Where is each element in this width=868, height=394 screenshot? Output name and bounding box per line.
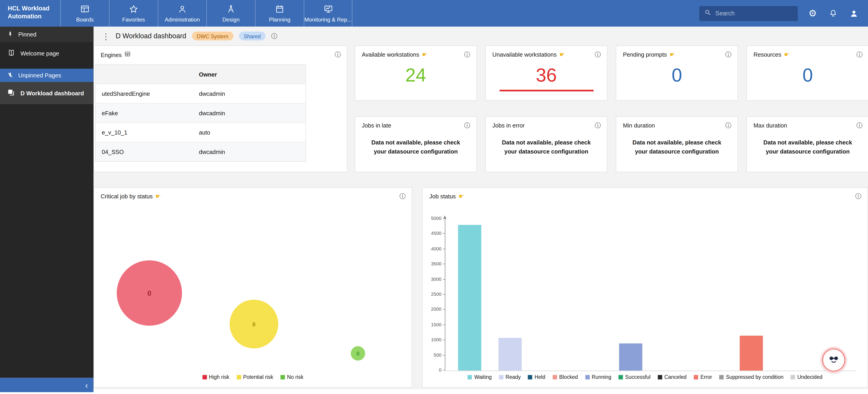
design-icon [226, 4, 236, 15]
legend-item-successful[interactable]: Successful [619, 374, 651, 380]
navbar-right: ⚙ [699, 0, 868, 27]
bell-icon[interactable] [828, 8, 839, 19]
legend-swatch [658, 375, 662, 379]
chevron-left-icon[interactable]: ‹ [85, 380, 88, 390]
bubble-plot: 000 [94, 188, 412, 387]
legend-swatch [585, 375, 590, 379]
sidebar-collapse-bar[interactable]: ‹ [0, 378, 93, 392]
book-icon [7, 49, 16, 58]
legend-label: Potential risk [243, 374, 273, 380]
unpin-icon [7, 72, 13, 79]
bar-ready[interactable] [498, 338, 522, 371]
info-icon[interactable]: ⓘ [399, 193, 405, 199]
nav-tab-design[interactable]: Design [206, 0, 255, 27]
nav-tab-planning[interactable]: Planning [255, 0, 304, 27]
table-row[interactable]: eFakedwcadmin [95, 103, 306, 123]
bar-slot-waiting [450, 219, 490, 370]
info-icon[interactable]: ⓘ [857, 122, 863, 128]
info-icon[interactable]: ⓘ [271, 33, 277, 39]
legend-item-undecided[interactable]: Undecided [790, 374, 822, 380]
info-icon[interactable]: ⓘ [855, 193, 862, 199]
legend-item-ready[interactable]: Ready [499, 374, 521, 380]
legend-item-waiting[interactable]: Waiting [468, 374, 492, 380]
sidebar-unpinned-header[interactable]: Unpinned Pages [0, 68, 93, 82]
y-tick-mark [443, 355, 445, 355]
gear-icon[interactable]: ⚙ [807, 8, 818, 19]
info-icon[interactable]: ⓘ [595, 51, 601, 57]
no-data-message: Data not available, please check your da… [747, 129, 868, 156]
legend-swatch [499, 375, 503, 379]
legend-label: Canceled [664, 374, 687, 380]
legend-item-running[interactable]: Running [585, 374, 611, 380]
legend-item-blocked[interactable]: Blocked [553, 374, 578, 380]
main-content: ⋮ D Workload dashboard DWC System Shared… [93, 27, 868, 389]
legend-label: Waiting [474, 374, 492, 380]
card-title: Job status [429, 193, 456, 199]
legend-label: Ready [505, 374, 521, 380]
legend-label: Blocked [559, 374, 578, 380]
search-box[interactable] [699, 6, 798, 21]
user-icon[interactable] [848, 8, 859, 19]
info-icon[interactable]: ⓘ [335, 51, 341, 58]
nav-tab-label: Design [222, 17, 240, 23]
y-tick-mark [443, 294, 445, 294]
pointer-hand-icon: ☛ [559, 51, 565, 57]
bubble-high-risk: 0 [117, 260, 182, 326]
card-jobs-in-late: Jobs in late ⓘ Data not available, pleas… [354, 116, 477, 172]
nav-tab-monitoring[interactable]: Monitoring & Rep... [304, 0, 352, 27]
no-data-message: Data not available, please check your da… [355, 129, 476, 156]
bar-waiting[interactable] [458, 225, 482, 370]
card-title: Available workstations [362, 51, 419, 58]
nav-tab-boards[interactable]: Boards [60, 0, 109, 27]
pending-prompts-value: 0 [616, 64, 738, 86]
legend-item-potential-risk[interactable]: Potential risk [237, 374, 273, 380]
bar-yticks: 0500100015002000250030003500400045005000 [426, 219, 443, 370]
bubble-potential-risk: 0 [229, 300, 278, 348]
card-title: Unavailable workstations [492, 51, 557, 58]
info-icon[interactable]: ⓘ [857, 51, 863, 57]
bar-slot-running [611, 219, 651, 370]
nav-tab-label: Boards [76, 17, 94, 23]
nav-tab-label: Monitoring & Rep... [304, 17, 352, 23]
table-row[interactable]: utedSharedEnginedwcadmin [95, 84, 306, 104]
kebab-menu-icon[interactable]: ⋮ [102, 32, 110, 40]
legend-label: High risk [209, 374, 229, 380]
bar-error[interactable] [740, 336, 763, 370]
info-icon[interactable]: ⓘ [464, 122, 470, 128]
robot-face-icon [827, 351, 841, 368]
y-tick-label: 0 [439, 367, 441, 373]
legend-item-no-risk[interactable]: No risk [280, 374, 304, 380]
table-row[interactable]: 04_SSOdwcadmin [95, 142, 306, 162]
table-row[interactable]: e_v_10_1auto [95, 123, 306, 142]
legend-item-held[interactable]: Held [528, 374, 545, 380]
legend-label: Undecided [797, 374, 822, 380]
pointer-hand-icon: ☛ [784, 51, 789, 57]
search-input[interactable] [715, 10, 793, 17]
legend-item-suppressed-by-condition[interactable]: Suppressed by condition [719, 374, 783, 380]
info-icon[interactable]: ⓘ [725, 122, 732, 128]
y-tick-mark [443, 309, 445, 310]
info-icon[interactable]: ⓘ [464, 51, 470, 57]
legend-item-error[interactable]: Error [694, 374, 712, 380]
boards-icon [80, 4, 90, 15]
legend-swatch [553, 375, 557, 379]
sidebar-pinned-header[interactable]: Pinned [0, 27, 93, 42]
bar-running[interactable] [619, 343, 643, 370]
info-icon[interactable]: ⓘ [595, 122, 601, 128]
sidebar-item-d-workload-dashboard[interactable]: D Workload dashboard [0, 82, 93, 104]
card-title: Max duration [753, 122, 787, 129]
card-engines: Engines ⓘ Owner utedSharedEnginedwcadmin… [93, 46, 347, 172]
engine-owner-cell: dwcadmin [193, 142, 306, 162]
bar-slot-blocked [570, 219, 611, 370]
info-icon[interactable]: ⓘ [725, 51, 732, 57]
legend-item-canceled[interactable]: Canceled [658, 374, 687, 380]
available-workstations-value: 24 [355, 64, 476, 86]
bar-slot-undecided [812, 219, 852, 370]
bottom-strip [0, 390, 868, 394]
nav-tab-favorites[interactable]: Favorites [109, 0, 158, 27]
nav-tab-administration[interactable]: Administration [158, 0, 206, 27]
sidebar-item-welcome-page[interactable]: Welcome page [0, 42, 93, 64]
chat-assistant-button[interactable] [822, 348, 845, 372]
legend-item-high-risk[interactable]: High risk [202, 374, 229, 380]
bar-slot-canceled [691, 219, 732, 370]
